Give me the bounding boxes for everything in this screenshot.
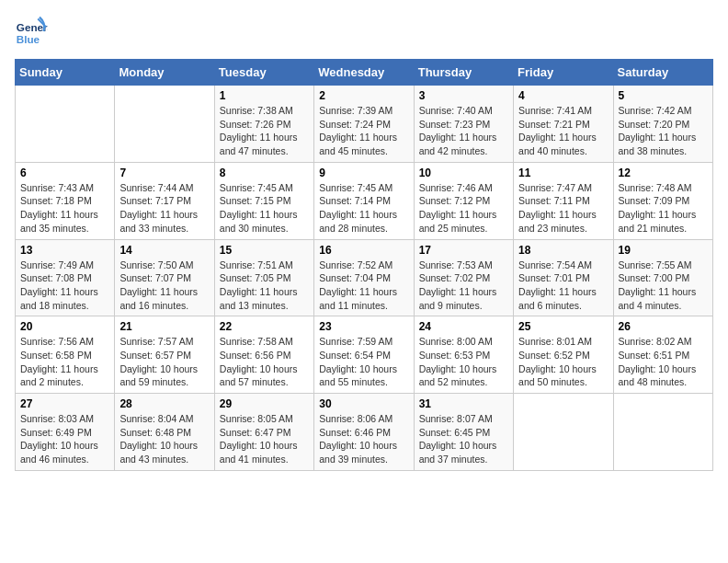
- day-number: 25: [518, 320, 608, 333]
- weekday-header-row: SundayMondayTuesdayWednesdayThursdayFrid…: [16, 60, 713, 86]
- day-info: Sunrise: 8:07 AM Sunset: 6:45 PM Dayligh…: [419, 412, 508, 466]
- day-number: 3: [419, 89, 508, 102]
- calendar-cell: 9Sunrise: 7:45 AM Sunset: 7:14 PM Daylig…: [314, 162, 414, 239]
- calendar-cell: 31Sunrise: 8:07 AM Sunset: 6:45 PM Dayli…: [414, 394, 513, 471]
- day-number: 1: [220, 89, 309, 102]
- day-info: Sunrise: 7:59 AM Sunset: 6:54 PM Dayligh…: [319, 335, 408, 389]
- day-info: Sunrise: 7:40 AM Sunset: 7:23 PM Dayligh…: [419, 104, 508, 158]
- calendar-cell: 18Sunrise: 7:54 AM Sunset: 7:01 PM Dayli…: [514, 239, 613, 316]
- day-number: 21: [119, 320, 209, 333]
- calendar-cell: [514, 394, 613, 471]
- day-info: Sunrise: 8:05 AM Sunset: 6:47 PM Dayligh…: [220, 412, 309, 466]
- day-info: Sunrise: 7:58 AM Sunset: 6:56 PM Dayligh…: [220, 335, 309, 389]
- weekday-header: Sunday: [16, 60, 115, 86]
- calendar-week-row: 6Sunrise: 7:43 AM Sunset: 7:18 PM Daylig…: [16, 162, 713, 239]
- weekday-header: Wednesday: [314, 60, 414, 86]
- day-number: 30: [319, 397, 408, 410]
- day-info: Sunrise: 7:49 AM Sunset: 7:08 PM Dayligh…: [20, 259, 109, 313]
- day-info: Sunrise: 7:38 AM Sunset: 7:26 PM Dayligh…: [220, 104, 309, 158]
- day-number: 17: [419, 244, 508, 257]
- day-info: Sunrise: 8:06 AM Sunset: 6:46 PM Dayligh…: [319, 412, 408, 466]
- calendar-cell: 17Sunrise: 7:53 AM Sunset: 7:02 PM Dayli…: [414, 239, 513, 316]
- calendar-cell: [115, 86, 214, 163]
- calendar-cell: 19Sunrise: 7:55 AM Sunset: 7:00 PM Dayli…: [613, 239, 712, 316]
- calendar-cell: 7Sunrise: 7:44 AM Sunset: 7:17 PM Daylig…: [115, 162, 214, 239]
- day-info: Sunrise: 7:55 AM Sunset: 7:00 PM Dayligh…: [619, 259, 708, 313]
- day-number: 19: [619, 244, 708, 257]
- day-number: 24: [419, 320, 508, 333]
- calendar-cell: 29Sunrise: 8:05 AM Sunset: 6:47 PM Dayli…: [214, 394, 313, 471]
- weekday-header: Friday: [514, 60, 613, 86]
- day-info: Sunrise: 8:04 AM Sunset: 6:48 PM Dayligh…: [119, 412, 209, 466]
- day-number: 26: [619, 320, 708, 333]
- day-number: 16: [319, 244, 408, 257]
- calendar-cell: 4Sunrise: 7:41 AM Sunset: 7:21 PM Daylig…: [514, 86, 613, 163]
- calendar-cell: 11Sunrise: 7:47 AM Sunset: 7:11 PM Dayli…: [514, 162, 613, 239]
- day-number: 27: [20, 397, 109, 410]
- day-info: Sunrise: 7:39 AM Sunset: 7:24 PM Dayligh…: [319, 104, 408, 158]
- day-info: Sunrise: 8:03 AM Sunset: 6:49 PM Dayligh…: [20, 412, 109, 466]
- weekday-header: Saturday: [613, 60, 712, 86]
- calendar-cell: 13Sunrise: 7:49 AM Sunset: 7:08 PM Dayli…: [16, 239, 115, 316]
- calendar-cell: 8Sunrise: 7:45 AM Sunset: 7:15 PM Daylig…: [214, 162, 313, 239]
- day-number: 13: [20, 244, 109, 257]
- day-info: Sunrise: 7:57 AM Sunset: 6:57 PM Dayligh…: [119, 335, 209, 389]
- calendar-cell: 16Sunrise: 7:52 AM Sunset: 7:04 PM Dayli…: [314, 239, 414, 316]
- calendar-cell: 5Sunrise: 7:42 AM Sunset: 7:20 PM Daylig…: [613, 86, 712, 163]
- calendar-cell: 23Sunrise: 7:59 AM Sunset: 6:54 PM Dayli…: [314, 316, 414, 394]
- day-info: Sunrise: 7:45 AM Sunset: 7:15 PM Dayligh…: [220, 181, 309, 236]
- day-number: 4: [518, 89, 608, 102]
- calendar-cell: [16, 86, 115, 163]
- day-info: Sunrise: 7:51 AM Sunset: 7:05 PM Dayligh…: [220, 259, 309, 313]
- calendar-cell: 15Sunrise: 7:51 AM Sunset: 7:05 PM Dayli…: [214, 239, 313, 316]
- day-number: 10: [419, 167, 508, 179]
- day-number: 6: [20, 167, 109, 179]
- day-number: 8: [220, 167, 309, 179]
- calendar-cell: 1Sunrise: 7:38 AM Sunset: 7:26 PM Daylig…: [214, 86, 313, 163]
- day-number: 14: [119, 244, 209, 257]
- day-info: Sunrise: 7:56 AM Sunset: 6:58 PM Dayligh…: [20, 335, 109, 389]
- day-info: Sunrise: 7:48 AM Sunset: 7:09 PM Dayligh…: [619, 181, 708, 236]
- weekday-header: Thursday: [414, 60, 513, 86]
- calendar-cell: 14Sunrise: 7:50 AM Sunset: 7:07 PM Dayli…: [115, 239, 214, 316]
- calendar-cell: 28Sunrise: 8:04 AM Sunset: 6:48 PM Dayli…: [115, 394, 214, 471]
- day-number: 29: [220, 397, 309, 410]
- day-info: Sunrise: 7:54 AM Sunset: 7:01 PM Dayligh…: [518, 259, 608, 313]
- day-number: 22: [220, 320, 309, 333]
- calendar-cell: 2Sunrise: 7:39 AM Sunset: 7:24 PM Daylig…: [314, 86, 414, 163]
- calendar-cell: 27Sunrise: 8:03 AM Sunset: 6:49 PM Dayli…: [16, 394, 115, 471]
- calendar-cell: 22Sunrise: 7:58 AM Sunset: 6:56 PM Dayli…: [214, 316, 313, 394]
- day-info: Sunrise: 8:01 AM Sunset: 6:52 PM Dayligh…: [518, 335, 608, 389]
- calendar-cell: 12Sunrise: 7:48 AM Sunset: 7:09 PM Dayli…: [613, 162, 712, 239]
- weekday-header: Tuesday: [214, 60, 313, 86]
- day-number: 15: [220, 244, 309, 257]
- day-info: Sunrise: 7:53 AM Sunset: 7:02 PM Dayligh…: [419, 259, 508, 313]
- calendar-cell: [613, 394, 712, 471]
- day-number: 12: [619, 167, 708, 179]
- calendar-week-row: 27Sunrise: 8:03 AM Sunset: 6:49 PM Dayli…: [16, 394, 713, 471]
- day-number: 18: [518, 244, 608, 257]
- day-number: 28: [119, 397, 209, 410]
- calendar-cell: 21Sunrise: 7:57 AM Sunset: 6:57 PM Dayli…: [115, 316, 214, 394]
- calendar-week-row: 13Sunrise: 7:49 AM Sunset: 7:08 PM Dayli…: [16, 239, 713, 316]
- day-info: Sunrise: 8:02 AM Sunset: 6:51 PM Dayligh…: [619, 335, 708, 389]
- day-info: Sunrise: 7:41 AM Sunset: 7:21 PM Dayligh…: [518, 104, 608, 158]
- day-info: Sunrise: 7:44 AM Sunset: 7:17 PM Dayligh…: [119, 181, 209, 236]
- day-info: Sunrise: 7:47 AM Sunset: 7:11 PM Dayligh…: [518, 181, 608, 236]
- calendar-cell: 30Sunrise: 8:06 AM Sunset: 6:46 PM Dayli…: [314, 394, 414, 471]
- calendar-cell: 6Sunrise: 7:43 AM Sunset: 7:18 PM Daylig…: [16, 162, 115, 239]
- calendar-cell: 26Sunrise: 8:02 AM Sunset: 6:51 PM Dayli…: [613, 316, 712, 394]
- calendar-cell: 20Sunrise: 7:56 AM Sunset: 6:58 PM Dayli…: [16, 316, 115, 394]
- page-header: General Blue: [15, 15, 713, 48]
- day-number: 9: [319, 167, 408, 179]
- day-info: Sunrise: 7:50 AM Sunset: 7:07 PM Dayligh…: [119, 259, 209, 313]
- weekday-header: Monday: [115, 60, 214, 86]
- day-number: 11: [518, 167, 608, 179]
- day-info: Sunrise: 7:45 AM Sunset: 7:14 PM Dayligh…: [319, 181, 408, 236]
- calendar-week-row: 1Sunrise: 7:38 AM Sunset: 7:26 PM Daylig…: [16, 86, 713, 163]
- logo: General Blue: [15, 15, 51, 48]
- day-number: 7: [119, 167, 209, 179]
- day-number: 5: [619, 89, 708, 102]
- day-info: Sunrise: 7:43 AM Sunset: 7:18 PM Dayligh…: [20, 181, 109, 236]
- calendar-cell: 25Sunrise: 8:01 AM Sunset: 6:52 PM Dayli…: [514, 316, 613, 394]
